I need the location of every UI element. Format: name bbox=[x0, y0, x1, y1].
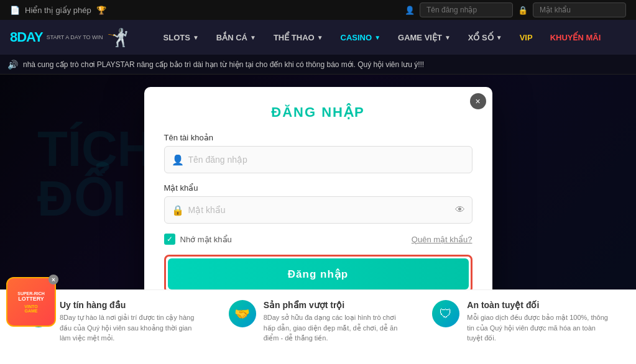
eye-icon[interactable]: 👁 bbox=[455, 204, 465, 216]
lock-icon-top: 🔒 bbox=[518, 6, 528, 15]
modal-close-button[interactable]: × bbox=[470, 93, 486, 109]
casino-chevron: ▼ bbox=[374, 34, 380, 41]
username-input[interactable] bbox=[164, 146, 472, 173]
nav-xo-so[interactable]: XỔ SỐ ▼ bbox=[461, 28, 510, 47]
bottom-section: 👑 Uy tín hàng đầu 8Day tự hào là nơi giả… bbox=[0, 289, 636, 364]
nav-khuyen-mai[interactable]: KHUYẾN MÃI bbox=[543, 28, 609, 47]
lottery-line2: LOTTERY bbox=[18, 296, 44, 302]
login-button[interactable]: Đăng nhập bbox=[168, 258, 469, 289]
login-btn-wrapper: Đăng nhập bbox=[164, 255, 472, 293]
logo[interactable]: 8DAY START A DAY TO WIN 🤺 bbox=[10, 27, 129, 48]
ticker-icon: 🔊 bbox=[7, 60, 18, 70]
trust-title: Uy tín hàng đầu bbox=[60, 300, 204, 310]
lottery-line1: SUPER-RICH bbox=[17, 291, 45, 296]
ban-ca-chevron: ▼ bbox=[250, 34, 256, 41]
nav-vip[interactable]: VIP bbox=[512, 28, 540, 47]
ticker-text: nhà cung cấp trò chơi PLAYSTAR nâng cấp … bbox=[23, 60, 424, 69]
top-bar: 📄 Hiển thị giấy phép 🏆 👤 🔒 bbox=[0, 0, 636, 20]
nav-slots[interactable]: SLOTS ▼ bbox=[156, 28, 206, 47]
password-label: Mật khẩu bbox=[164, 183, 472, 193]
game-viet-chevron: ▼ bbox=[445, 34, 451, 41]
password-icon: 🔒 bbox=[172, 204, 184, 216]
remember-checkbox[interactable]: ✓ bbox=[164, 234, 175, 245]
username-label: Tên tài khoản bbox=[164, 133, 472, 142]
username-input-wrapper: 👤 bbox=[164, 146, 472, 173]
security-desc: Mỗi giao dịch đều được bảo mật 100%, thô… bbox=[467, 312, 611, 344]
product-desc: 8Day sở hữu đa dạng các loại hình trò ch… bbox=[264, 312, 408, 344]
nav-bar: 8DAY START A DAY TO WIN 🤺 SLOTS ▼ BẮN CÁ… bbox=[0, 20, 636, 55]
username-icon: 👤 bbox=[172, 154, 184, 166]
remember-left: ✓ Nhớ mật khẩu bbox=[164, 234, 232, 245]
top-bar-right: 👤 🔒 bbox=[405, 2, 626, 17]
nav-ban-ca[interactable]: BẮN CÁ ▼ bbox=[209, 28, 264, 47]
the-thao-chevron: ▼ bbox=[317, 34, 323, 41]
nav-the-thao[interactable]: THỂ THAO ▼ bbox=[266, 28, 331, 47]
remember-row: ✓ Nhớ mật khẩu Quên mật khẩu? bbox=[164, 234, 472, 245]
xo-so-chevron: ▼ bbox=[496, 34, 502, 41]
trust-desc: 8Day tự hào là nơi giải trí được tin cậy… bbox=[60, 312, 204, 344]
slots-chevron: ▼ bbox=[193, 34, 199, 41]
trust-content: Uy tín hàng đầu 8Day tự hào là nơi giải … bbox=[60, 300, 204, 344]
lottery-logo: VINTOGAME bbox=[24, 304, 37, 313]
top-username-input[interactable] bbox=[420, 2, 513, 17]
ticker: 🔊 nhà cung cấp trò chơi PLAYSTAR nâng cấ… bbox=[0, 55, 636, 75]
username-group: Tên tài khoản 👤 bbox=[164, 133, 472, 173]
security-title: An toàn tuyệt đối bbox=[467, 300, 611, 310]
top-password-input[interactable] bbox=[533, 2, 626, 17]
license-icon: 📄 bbox=[10, 6, 20, 15]
logo-text: 8DAY bbox=[10, 29, 43, 45]
bottom-item-product: 🤝 Sản phẩm vượt trội 8Day sở hữu đa dạng… bbox=[229, 300, 408, 344]
forgot-password-link[interactable]: Quên mật khẩu? bbox=[412, 235, 472, 244]
nav-casino[interactable]: CASINO ▼ bbox=[333, 28, 388, 47]
product-icon: 🤝 bbox=[229, 300, 256, 327]
lottery-badge: × SUPER-RICH LOTTERY VINTOGAME bbox=[6, 277, 56, 327]
remember-label: Nhớ mật khẩu bbox=[180, 235, 232, 244]
user-icon-top: 👤 bbox=[405, 6, 415, 15]
password-input[interactable] bbox=[164, 196, 472, 224]
logo-sub: START A DAY TO WIN bbox=[47, 34, 103, 40]
password-input-wrapper: 🔒 👁 bbox=[164, 196, 472, 224]
bottom-item-security: 🛡 An toàn tuyệt đối Mỗi giao dịch đều đư… bbox=[432, 300, 611, 344]
background-area: TÍCH ĐỔI 8DAY CHƠI THẢ GATHƯỞNG CỰC ĐÃ M… bbox=[0, 75, 636, 364]
password-group: Mật khẩu 🔒 👁 bbox=[164, 183, 472, 224]
top-bar-left: 📄 Hiển thị giấy phép 🏆 bbox=[10, 6, 106, 15]
nav-game-viet[interactable]: GAME VIỆT ▼ bbox=[390, 28, 458, 47]
product-title: Sản phẩm vượt trội bbox=[264, 300, 408, 310]
mascot-icon: 🤺 bbox=[107, 27, 129, 48]
trophy-icon: 🏆 bbox=[96, 6, 106, 15]
security-content: An toàn tuyệt đối Mỗi giao dịch đều được… bbox=[467, 300, 611, 344]
show-license-text[interactable]: Hiển thị giấy phép bbox=[25, 6, 91, 15]
product-content: Sản phẩm vượt trội 8Day sở hữu đa dạng c… bbox=[264, 300, 408, 344]
nav-items: SLOTS ▼ BẮN CÁ ▼ THỂ THAO ▼ CASINO ▼ GAM… bbox=[156, 28, 609, 47]
security-icon: 🛡 bbox=[432, 300, 459, 327]
modal-title: ĐĂNG NHẬP bbox=[164, 104, 472, 121]
lottery-close[interactable]: × bbox=[48, 275, 58, 284]
